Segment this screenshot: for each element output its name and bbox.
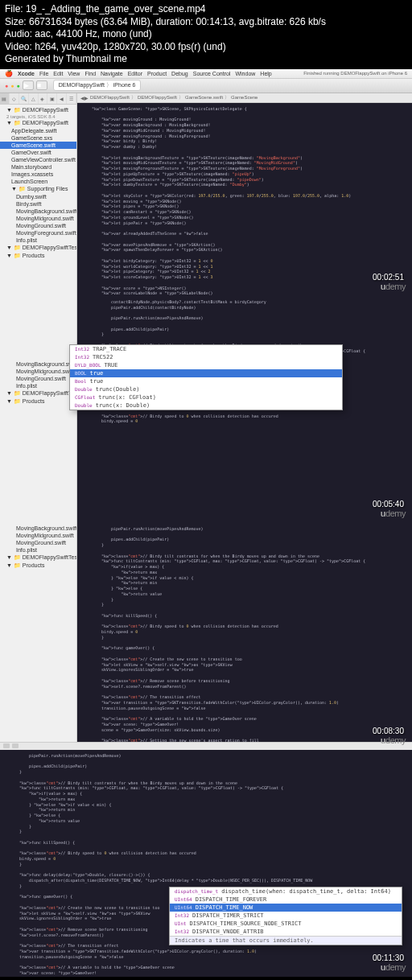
tree-item[interactable]: LaunchScreen xyxy=(0,178,76,185)
tree-item[interactable]: Info.plist xyxy=(0,382,76,389)
tree-item[interactable]: MovingBackground.swift xyxy=(0,525,76,532)
menu-view[interactable]: View xyxy=(68,71,80,76)
tree-item[interactable]: MovingGround.swift xyxy=(0,222,76,229)
tree-item[interactable]: GameViewController.swift xyxy=(0,156,76,163)
autocomplete-item[interactable]: dispatch_time_tdispatch_time(when: dispa… xyxy=(170,887,402,896)
tree-item[interactable]: ▼ 📁 Supporting Files xyxy=(0,185,76,193)
window-min-icon[interactable]: ● xyxy=(10,83,14,89)
tree-item[interactable]: Main.storyboard xyxy=(0,163,76,171)
tree-item[interactable]: MovingBackground.swift xyxy=(0,360,76,368)
tree-item[interactable]: MovingMidground.swift xyxy=(0,532,76,539)
find-navigator-tab[interactable]: 🔍 xyxy=(19,93,29,104)
tree-item[interactable]: GameScene.sxs xyxy=(0,134,76,142)
scheme-selector[interactable]: DEMOFlappySwift 〉 iPhone 6 xyxy=(53,80,142,91)
menu-product[interactable]: Product xyxy=(147,71,167,76)
tree-item[interactable]: ▼ 📁 Products xyxy=(0,397,76,406)
menu-editor[interactable]: Editor xyxy=(128,71,142,76)
bc-folder[interactable]: DEMOFlappySwift xyxy=(138,95,177,100)
autocomplete-item[interactable]: Booltrue xyxy=(70,377,342,385)
breadcrumb-icon: ◀▶ xyxy=(80,95,89,101)
autocomplete-item[interactable]: DYLD_BOOLTRUE xyxy=(70,361,342,369)
run-button[interactable]: ▶ xyxy=(23,80,34,90)
test-navigator-tab[interactable]: ◈ xyxy=(39,93,48,104)
editor-area: contactBirdyNode.physicsBody?.contactTes… xyxy=(77,296,412,523)
file-tree: ▼ 📁 DEMOFlappySwift2 targets, iOS SDK 8.… xyxy=(0,105,76,261)
tree-item[interactable]: MovingMidground.swift xyxy=(0,215,76,222)
autocomplete-popup[interactable]: dispatch_time_tdispatch_time(when: dispa… xyxy=(169,887,402,945)
menu-find[interactable]: Find xyxy=(84,71,96,76)
video-info-panel: File: 19_-_Adding_the_game_over_scene.mp… xyxy=(0,0,412,69)
autocomplete-item[interactable]: UInt64DISPATCH_TIME_NOW xyxy=(170,904,402,912)
stop-button[interactable]: ■ xyxy=(36,80,47,90)
issue-navigator-tab[interactable]: △ xyxy=(29,93,39,104)
autocomplete-item[interactable]: UIntDISPATCH_TIMER_SOURCE_NODE_STRICT xyxy=(170,920,402,928)
menu-navigate[interactable]: Navigate xyxy=(101,71,123,76)
project-root[interactable]: ▼ 📁 DEMOFlappySwift xyxy=(0,106,76,114)
autocomplete-item[interactable]: CGFloattrunc(x: CGFloat) xyxy=(70,393,342,401)
tree-item[interactable]: ▼ 📁 DEMOFlappySwiftTests xyxy=(0,554,76,562)
bc-file[interactable]: GameScene.swift xyxy=(185,95,223,100)
navigator-sidebar: MovingBackground.swift MovingMidground.s… xyxy=(0,523,77,742)
tree-item[interactable]: ▼ 📁 Products xyxy=(0,562,76,570)
menu-file[interactable]: File xyxy=(39,71,48,76)
video-codec: Video: h264, yuv420p, 1280x720, 30.00 fp… xyxy=(5,41,407,54)
bc-symbol[interactable]: GameScene xyxy=(231,95,258,100)
autocomplete-item[interactable]: Int32DISPATCH_VNODE_ATTRIB xyxy=(170,928,402,936)
tree-item[interactable]: ▼ 📁 DEMOFlappySwiftTests xyxy=(0,389,76,397)
project-navigator-tab[interactable]: ▤ xyxy=(0,93,10,104)
autocomplete-item[interactable]: Int32TRC522 xyxy=(70,353,342,361)
autocomplete-hint: Indicates a time that occurs immediately… xyxy=(170,936,402,945)
tree-item[interactable]: ▼ 📁 Products xyxy=(0,252,76,260)
editor-area: pipePair.runAction(movePipesAndRemove) p… xyxy=(0,750,412,977)
menu-help[interactable]: Help xyxy=(260,71,271,76)
autocomplete-item[interactable]: BOOLtrue xyxy=(70,369,342,377)
autocomplete-popup[interactable]: Int32TRAP_TRACEInt32TRC522DYLD_BOOLTRUEB… xyxy=(69,344,343,410)
thumbnail-3: MovingBackground.swift MovingMidground.s… xyxy=(0,523,412,750)
tree-item[interactable]: ▼ 📁 DEMOFlappySwift xyxy=(0,119,76,127)
tree-item[interactable]: MovingBackground.swift xyxy=(0,208,76,215)
file-tree: MovingBackground.swift MovingMidground.s… xyxy=(0,523,76,571)
autocomplete-item[interactable]: Int32DISPATCH_TIMER_STRICT xyxy=(170,912,402,920)
breakpoint-navigator-tab[interactable]: ◀ xyxy=(57,93,67,104)
autocomplete-item[interactable]: Int32TRAP_TRACE xyxy=(70,345,342,353)
window-close-icon[interactable]: ● xyxy=(5,83,8,89)
autocomplete-item[interactable]: UInt64DISPATCH_TIME_FOREVER xyxy=(170,896,402,904)
bc-project[interactable]: DEMOFlappySwift xyxy=(90,95,130,100)
tree-item[interactable]: MovingGround.swift xyxy=(0,539,76,546)
symbol-navigator-tab[interactable]: ◇ xyxy=(10,93,19,104)
tree-item[interactable]: GameOver.swift xyxy=(0,149,76,156)
breadcrumb[interactable]: ◀▶ DEMOFlappySwift 〉 DEMOFlappySwift 〉 G… xyxy=(77,93,412,103)
mac-menubar[interactable]: 🍎 Xcode File Edit View Find Navigate Edi… xyxy=(0,69,412,79)
window-max-icon[interactable]: ● xyxy=(16,83,19,89)
tree-item[interactable]: Info.plist xyxy=(0,237,76,244)
add-icon[interactable] xyxy=(3,743,10,748)
tree-item[interactable]: MovingForeground.swift xyxy=(0,229,76,237)
thumbnail-4: pipePair.runAction(movePipesAndRemove) p… xyxy=(0,750,412,977)
menu-xcode[interactable]: Xcode xyxy=(18,71,35,76)
tree-item[interactable]: Birdy.swift xyxy=(0,200,76,208)
tree-item[interactable]: ▼ 📁 DEMOFlappySwiftTests xyxy=(0,244,76,252)
menu-window[interactable]: Window xyxy=(235,71,255,76)
tree-item[interactable]: Info.plist xyxy=(0,546,76,554)
code-editor[interactable]: "kw">class GameScene: "type">SKScene, SK… xyxy=(77,103,412,296)
autocomplete-item[interactable]: Doubletrunc(Double) xyxy=(70,385,342,393)
code-editor[interactable]: pipePair.runAction(movePipesAndRemove) p… xyxy=(77,523,412,742)
thumbnail-timestamp: 00:05:40 xyxy=(373,500,404,509)
tree-item[interactable]: MovingMidground.swift xyxy=(0,368,76,375)
menu-debug[interactable]: Debug xyxy=(171,71,188,76)
editor-area: pipePair.runAction(movePipesAndRemove) p… xyxy=(77,523,412,742)
apple-menu-icon[interactable]: 🍎 xyxy=(5,70,13,77)
udemy-logo: uudemydemy xyxy=(381,282,406,291)
filter-icon[interactable] xyxy=(12,743,19,748)
autocomplete-item[interactable]: Doubletrunc(x: Double) xyxy=(70,401,342,410)
tree-item[interactable]: Images.xcassets xyxy=(0,171,76,178)
report-navigator-tab[interactable]: ☰ xyxy=(67,93,76,104)
tree-item[interactable]: GameScene.swift xyxy=(0,142,76,149)
tree-item[interactable]: Dumby.swift xyxy=(0,193,76,200)
debug-navigator-tab[interactable]: ▣ xyxy=(47,93,57,104)
menu-edit[interactable]: Edit xyxy=(53,71,63,76)
navigator-tabs: ▤ ◇ 🔍 △ ◈ ▣ ◀ ☰ xyxy=(0,93,76,105)
tree-item[interactable]: MovingGround.swift xyxy=(0,375,76,382)
tree-item[interactable]: AppDelegate.swift xyxy=(0,127,76,134)
menu-source[interactable]: Source Control xyxy=(193,71,231,76)
